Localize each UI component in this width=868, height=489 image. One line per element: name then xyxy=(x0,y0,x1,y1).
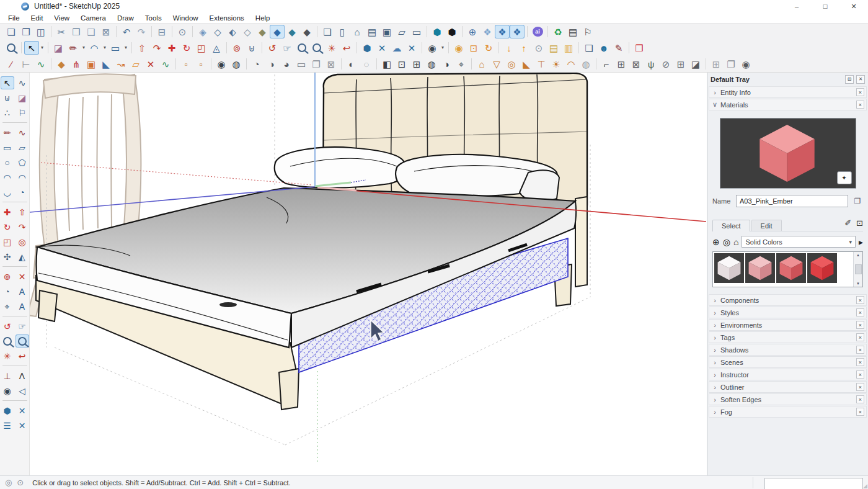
texture-cube-1[interactable]: ⊡ xyxy=(394,57,409,71)
ai-assistant[interactable]: ai xyxy=(530,25,545,38)
text-tool[interactable]: A xyxy=(16,285,29,298)
style-xray[interactable]: ◈ xyxy=(195,25,210,38)
tray-section[interactable]: › Environments × xyxy=(709,319,867,331)
eyedropper-icon[interactable]: ✐ xyxy=(844,218,851,228)
ruby-console[interactable]: ✎ xyxy=(611,41,626,55)
box-export[interactable]: ⊠ xyxy=(629,57,644,71)
funnel-tool[interactable]: ▽ xyxy=(489,57,504,71)
texture-cube-2[interactable]: ⊞ xyxy=(409,57,424,71)
toolbar-divider[interactable] xyxy=(2,122,27,123)
delete[interactable]: ⊠ xyxy=(99,25,113,38)
zoom-tool[interactable] xyxy=(1,334,14,348)
move-tool[interactable]: ✚ xyxy=(1,205,14,218)
house-component[interactable]: ⌂ xyxy=(350,25,365,38)
tray-section[interactable]: › Scenes × xyxy=(709,356,867,368)
grid-panel-tool[interactable]: ⊞ xyxy=(709,57,724,71)
extension-warehouse[interactable]: ✕ xyxy=(16,404,29,417)
follow-me-tool[interactable]: ↷ xyxy=(16,220,29,233)
print[interactable]: ⊟ xyxy=(154,25,169,38)
send-to-layout[interactable]: ▤ xyxy=(565,25,580,38)
cone-tool[interactable]: ◣ xyxy=(519,57,534,71)
walk-tool[interactable]: Λ xyxy=(16,369,29,382)
home-icon[interactable]: ⌂ xyxy=(733,238,738,246)
maximize-button[interactable]: □ xyxy=(811,0,839,12)
account[interactable]: ◉ xyxy=(425,41,440,55)
export-pdf[interactable]: ❒ xyxy=(632,41,647,55)
add-material-icon[interactable]: ⊕ xyxy=(712,238,720,246)
zoom-extents-tool[interactable]: ✳ xyxy=(324,41,339,55)
minimize-button[interactable]: – xyxy=(782,0,811,12)
extension-warehouse[interactable]: ✕ xyxy=(374,41,389,55)
rotate-tool[interactable]: ↻ xyxy=(1,220,14,233)
protractor-tool[interactable]: ◔ xyxy=(1,285,14,298)
ext-trapezoid-tool[interactable]: ▱ xyxy=(128,57,143,71)
section-plane-tool[interactable]: ◭ xyxy=(16,250,29,263)
menu-item[interactable]: Edit xyxy=(25,14,49,22)
tray-section[interactable]: › Fog × xyxy=(709,406,867,418)
flip-face-tool[interactable]: ◪ xyxy=(688,57,703,71)
cut[interactable]: ✂ xyxy=(54,25,69,38)
import-model[interactable]: ↓ xyxy=(502,41,516,55)
pin-tool[interactable]: ⊤ xyxy=(534,57,549,71)
look-around-tool[interactable]: ◉ xyxy=(1,384,14,397)
position-camera-tool[interactable]: ⊥ xyxy=(1,369,14,382)
open-file[interactable]: ❐ xyxy=(19,25,33,38)
export-model[interactable]: ↑ xyxy=(516,41,531,55)
trimble-connect[interactable]: ♻ xyxy=(551,25,565,38)
sun-tool[interactable]: ☀ xyxy=(549,57,564,71)
scrollbar-thumb[interactable] xyxy=(855,264,862,274)
arc-dropdown[interactable]: ▾ xyxy=(102,41,108,55)
close-icon[interactable]: × xyxy=(856,308,864,316)
ext-edge-marker-2[interactable]: ▫ xyxy=(193,57,208,71)
visibility-tool[interactable]: ◉ xyxy=(738,57,753,71)
swatch-red-cube[interactable] xyxy=(807,253,837,283)
dome-light[interactable]: ◠ xyxy=(564,57,578,71)
style-shaded[interactable]: ◆ xyxy=(255,25,270,38)
zoom-extents-tool[interactable]: ✳ xyxy=(1,349,14,362)
frame-tool[interactable]: ▭ xyxy=(294,57,309,71)
hexagon-logo-dark[interactable]: ⬢ xyxy=(445,25,459,38)
secondary-pane-icon[interactable]: ◎ xyxy=(723,238,730,246)
component-cube[interactable]: ❖ xyxy=(480,25,495,38)
ext-clamp-tool[interactable]: ⊢ xyxy=(19,57,33,71)
ext-shape-tool[interactable]: ◣ xyxy=(99,57,113,71)
batch-render[interactable]: ❐ xyxy=(309,57,324,71)
redo[interactable]: ↷ xyxy=(134,25,149,38)
3d-text-tool[interactable]: A xyxy=(16,300,29,313)
palette-tool[interactable]: ◍ xyxy=(229,57,244,71)
zoom-tool[interactable] xyxy=(294,41,309,55)
extension-manager[interactable]: ✕ xyxy=(404,41,419,55)
scroll-up-icon[interactable]: ▲ xyxy=(856,253,860,257)
add-collaborator[interactable]: ☻ xyxy=(596,41,611,55)
pie-tool[interactable]: ◔ xyxy=(16,186,29,199)
tab-select[interactable]: Select xyxy=(712,220,750,231)
close-button[interactable]: ✕ xyxy=(839,0,868,12)
close-icon[interactable]: × xyxy=(856,333,864,341)
geolocation[interactable]: ◉ xyxy=(451,41,466,55)
sphere-light[interactable]: ◐ xyxy=(344,57,359,71)
model-attributes[interactable]: ⊡ xyxy=(466,41,481,55)
toolbar-divider[interactable] xyxy=(2,316,27,316)
component-box[interactable]: ❏ xyxy=(320,25,335,38)
pick-cube[interactable]: ⌖ xyxy=(454,57,469,71)
eraser-tool[interactable]: ◪ xyxy=(16,91,29,104)
model-viewport[interactable] xyxy=(30,73,707,475)
resize-grip-icon[interactable]: ◢ xyxy=(863,483,867,489)
toolbar-divider[interactable] xyxy=(2,400,27,401)
close-icon[interactable]: × xyxy=(856,101,864,109)
two-point-arc-tool[interactable]: ◠ xyxy=(16,171,29,184)
style-dark[interactable]: ◆ xyxy=(299,25,314,38)
paint-bucket-tool[interactable]: ⊎ xyxy=(244,41,259,55)
undo[interactable]: ↶ xyxy=(119,25,134,38)
ext-ramp-tool[interactable]: ∕ xyxy=(4,57,19,71)
door-component[interactable]: ▯ xyxy=(335,25,350,38)
component-cube-active-2[interactable]: ❖ xyxy=(510,25,525,38)
rescan-model[interactable]: ↻ xyxy=(481,41,496,55)
3d-warehouse[interactable]: ⬢ xyxy=(360,41,374,55)
zoom-window-tool[interactable] xyxy=(16,334,29,348)
checker-material[interactable]: ◧ xyxy=(379,57,394,71)
style-hidden-line[interactable]: ◇ xyxy=(240,25,255,38)
close-icon[interactable]: × xyxy=(856,370,864,379)
scene-camera[interactable]: ⌂ xyxy=(474,57,489,71)
extension-manager[interactable]: ✕ xyxy=(16,419,29,432)
